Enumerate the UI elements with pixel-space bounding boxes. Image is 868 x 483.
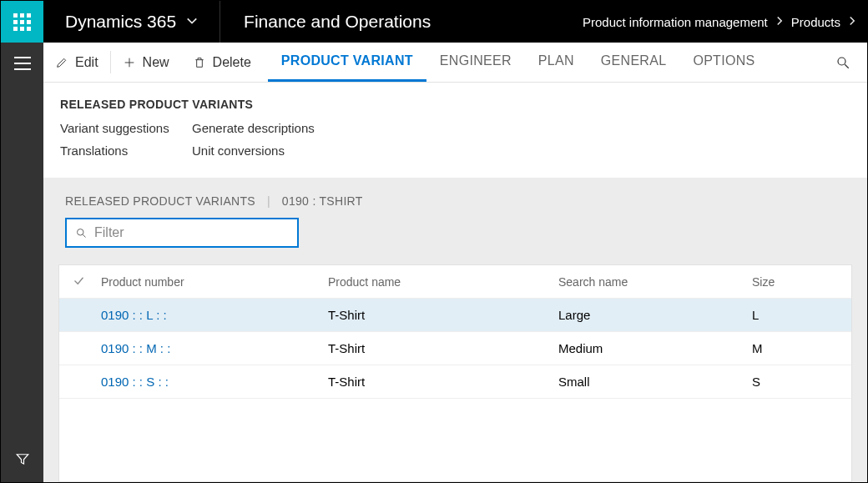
tab-options[interactable]: OPTIONS: [679, 43, 768, 82]
breadcrumb-item[interactable]: Products: [791, 15, 840, 29]
cell-size: L: [752, 308, 846, 322]
group-title: RELEASED PRODUCT VARIANTS: [60, 98, 850, 111]
cell-product-name: T-Shirt: [328, 375, 558, 389]
cell-product-name: T-Shirt: [328, 308, 558, 322]
table-row[interactable]: 0190 : : S : :T-ShirtSmallS: [59, 365, 851, 399]
filter-pane-button[interactable]: [1, 440, 43, 481]
search-icon: [835, 55, 850, 70]
cell-size: M: [752, 341, 846, 355]
search-icon: [75, 227, 88, 239]
action-pane-group: RELEASED PRODUCT VARIANTS Variant sugges…: [43, 83, 867, 178]
module-title: Finance and Operations: [220, 1, 454, 43]
cell-search-name: Small: [558, 375, 752, 389]
quick-filter[interactable]: [65, 218, 299, 248]
select-all-checkbox[interactable]: [59, 274, 98, 289]
delete-label: Delete: [213, 55, 251, 70]
tab-product-variant[interactable]: PRODUCT VARIANT: [268, 43, 426, 82]
table-row[interactable]: 0190 : : M : :T-ShirtMediumM: [59, 332, 851, 365]
plus-icon: [123, 56, 136, 69]
search-button[interactable]: [819, 43, 867, 82]
col-header-product-name[interactable]: Product name: [328, 275, 558, 289]
list-page: RELEASED PRODUCT VARIANTS | 0190 : TSHIR…: [43, 178, 867, 482]
col-header-search-name[interactable]: Search name: [558, 275, 752, 289]
page-caption-record: 0190 : TSHIRT: [282, 194, 363, 208]
product-number-link[interactable]: 0190 : : M : :: [101, 341, 170, 355]
hamburger-icon: [14, 57, 31, 70]
cell-product-name: T-Shirt: [328, 341, 558, 355]
check-icon: [73, 274, 85, 289]
generate-descriptions-link[interactable]: Generate descriptions: [192, 121, 850, 135]
filter-input[interactable]: [94, 225, 289, 240]
edit-button[interactable]: Edit: [43, 43, 110, 82]
pencil-icon: [55, 56, 68, 69]
unit-conversions-link[interactable]: Unit conversions: [192, 143, 850, 158]
breadcrumb: Product information management Products: [573, 1, 867, 43]
chevron-right-icon: [847, 15, 857, 28]
new-button[interactable]: New: [111, 43, 181, 82]
cell-size: S: [752, 375, 846, 389]
top-nav-bar: Dynamics 365 Finance and Operations Prod…: [1, 1, 867, 43]
brand-dropdown[interactable]: Dynamics 365: [43, 1, 220, 43]
brand-label: Dynamics 365: [65, 12, 176, 32]
trash-icon: [193, 56, 206, 69]
page-caption: RELEASED PRODUCT VARIANTS | 0190 : TSHIR…: [65, 194, 845, 208]
tab-plan[interactable]: PLAN: [525, 43, 588, 82]
product-number-link[interactable]: 0190 : : S : :: [101, 375, 169, 389]
tab-engineer[interactable]: ENGINEER: [426, 43, 525, 82]
separator: |: [267, 194, 270, 208]
waffle-icon: [13, 13, 31, 31]
funnel-icon: [15, 451, 30, 470]
page-caption-section: RELEASED PRODUCT VARIANTS: [65, 194, 255, 208]
nav-rail: [1, 43, 43, 482]
app-launcher-button[interactable]: [1, 1, 43, 43]
table-row[interactable]: 0190 : : L : :T-ShirtLargeL: [59, 299, 851, 332]
delete-button[interactable]: Delete: [181, 43, 263, 82]
edit-label: Edit: [75, 55, 98, 70]
svg-point-0: [838, 58, 845, 65]
col-header-size[interactable]: Size: [752, 275, 846, 289]
translations-link[interactable]: Translations: [60, 143, 192, 158]
action-pane: Edit New Delete PRODUCT VARIANTENGINEERP…: [43, 43, 867, 83]
chevron-right-icon: [775, 15, 785, 28]
svg-point-1: [78, 229, 84, 235]
data-grid: Product number Product name Search name …: [58, 264, 852, 482]
col-header-product-number[interactable]: Product number: [98, 275, 328, 289]
cell-search-name: Medium: [558, 341, 752, 355]
chevron-down-icon: [186, 15, 198, 29]
variant-suggestions-link[interactable]: Variant suggestions: [60, 121, 192, 135]
breadcrumb-item[interactable]: Product information management: [583, 15, 768, 29]
product-number-link[interactable]: 0190 : : L : :: [101, 308, 167, 322]
grid-header-row: Product number Product name Search name …: [59, 265, 851, 299]
nav-toggle-button[interactable]: [1, 43, 43, 84]
tab-general[interactable]: GENERAL: [588, 43, 680, 82]
cell-search-name: Large: [558, 308, 752, 322]
main-content: Edit New Delete PRODUCT VARIANTENGINEERP…: [43, 43, 867, 482]
new-label: New: [143, 55, 169, 70]
